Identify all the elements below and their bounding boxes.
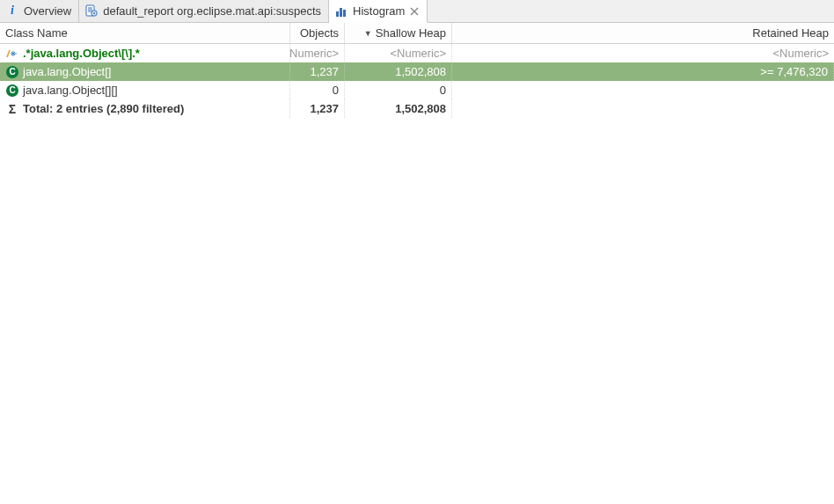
objects-cell: 1,237 (310, 65, 339, 78)
filter-regex: .*java.lang.Object\[\].* (23, 47, 140, 60)
svg-rect-6 (336, 11, 339, 17)
class-icon: C (5, 65, 19, 79)
sort-desc-icon: ▼ (364, 29, 372, 38)
total-label: Total: 2 entries (2,890 filtered) (23, 102, 184, 115)
classname-cell: java.lang.Object[] (23, 65, 111, 78)
shallow-cell: 0 (440, 84, 446, 97)
column-label: Retained Heap (752, 26, 829, 40)
filter-row[interactable]: .*java.lang.Object\[\].* <Numeric> <Nume… (0, 44, 834, 62)
table-header: Class Name Objects ▼ Shallow Heap Retain… (0, 23, 834, 44)
numeric-placeholder: <Numeric> (772, 47, 829, 60)
total-objects: 1,237 (310, 102, 339, 115)
table-row[interactable]: C java.lang.Object[] 1,237 1,502,808 >= … (0, 62, 834, 81)
svg-rect-8 (343, 10, 346, 17)
column-header-retained[interactable]: Retained Heap (452, 23, 834, 43)
column-header-classname[interactable]: Class Name (0, 23, 290, 43)
numeric-placeholder: <Numeric> (390, 47, 446, 60)
total-row: Σ Total: 2 entries (2,890 filtered) 1,23… (0, 99, 834, 118)
objects-cell: 0 (333, 84, 339, 97)
sigma-icon: Σ (5, 102, 19, 116)
column-label: Objects (300, 26, 339, 40)
tab-label: default_report org.eclipse.mat.api:suspe… (103, 4, 321, 18)
tab-default-report[interactable]: default_report org.eclipse.mat.api:suspe… (79, 0, 329, 22)
shallow-cell: 1,502,808 (395, 65, 446, 78)
tab-bar: i Overview default_report org.eclipse.ma… (0, 0, 834, 23)
tab-label: Histogram (353, 4, 405, 18)
tab-label: Overview (24, 4, 71, 18)
close-icon[interactable] (409, 6, 420, 17)
report-icon (84, 4, 99, 18)
column-label: Shallow Heap (376, 26, 446, 40)
classname-cell: java.lang.Object[][] (23, 84, 118, 97)
total-shallow: 1,502,808 (395, 102, 446, 115)
svg-point-5 (93, 12, 95, 14)
class-icon: C (5, 84, 19, 98)
regex-icon (5, 47, 19, 61)
tab-overview[interactable]: i Overview (0, 0, 79, 22)
numeric-placeholder: <Numeric> (290, 47, 339, 60)
histogram-icon (334, 4, 348, 18)
histogram-table: Class Name Objects ▼ Shallow Heap Retain… (0, 23, 834, 118)
svg-rect-7 (340, 8, 342, 17)
column-header-shallow[interactable]: ▼ Shallow Heap (345, 23, 452, 43)
column-label: Class Name (5, 26, 68, 40)
retained-cell: >= 7,476,320 (760, 65, 828, 78)
info-icon: i (5, 4, 19, 18)
table-row[interactable]: C java.lang.Object[][] 0 0 (0, 81, 834, 99)
column-header-objects[interactable]: Objects (290, 23, 345, 43)
tab-histogram[interactable]: Histogram (329, 0, 428, 23)
